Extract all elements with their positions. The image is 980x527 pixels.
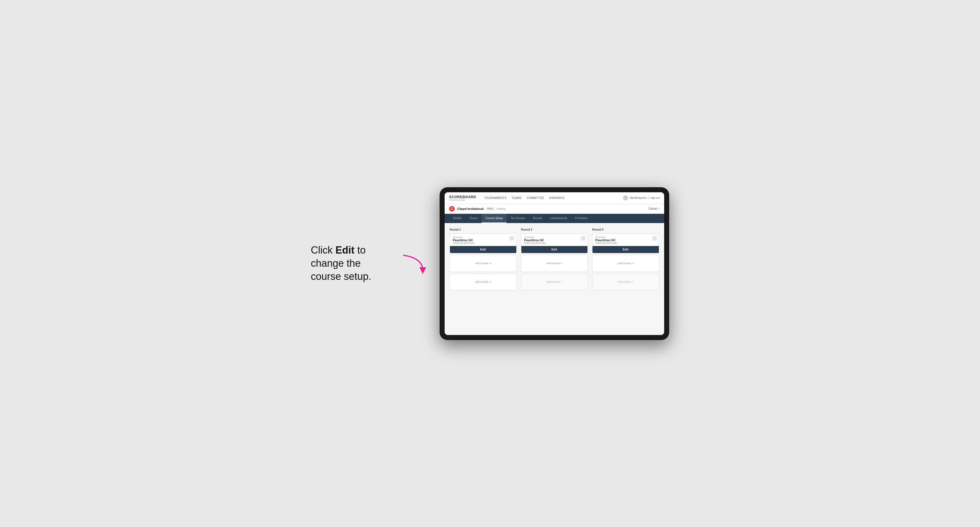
nav-tournaments[interactable]: TOURNAMENTS: [484, 197, 506, 200]
top-nav-right: blair@clippd.io | Sign out: [623, 195, 660, 200]
event-gender: (Men): [486, 207, 495, 211]
round-3-edit-button[interactable]: Edit: [592, 246, 659, 253]
plus-icon-5: +: [632, 262, 634, 265]
plus-icon-6: +: [632, 280, 634, 284]
tab-printables[interactable]: Printables: [571, 214, 591, 223]
round-2-column: Round 2 (Course A) Peachtree GC Yellow (…: [521, 228, 588, 292]
scoreboard-logo: SCOREBOARD Powered by clippd: [449, 195, 476, 201]
tab-results[interactable]: Results: [529, 214, 546, 223]
delete-icon-2: ⬜: [582, 237, 585, 240]
annotation-bold: Edit: [336, 244, 355, 256]
cancel-label: Cancel: [649, 207, 657, 210]
round-1-course-header: (Course A) Peachtree GC Yellow (M) (6629…: [450, 234, 516, 246]
round-1-column: Round 1 (Course A) Peachtree GC Yellow (…: [450, 228, 517, 292]
tab-details[interactable]: Details: [449, 214, 466, 223]
round-1-course-label: (Course A): [453, 236, 514, 238]
sign-out-link[interactable]: Sign out: [651, 197, 660, 199]
round-3-course-header: (Course A) Peachtree GC Yellow (M) (6629…: [592, 234, 659, 246]
round-2-add-course-2: Add Course +: [521, 273, 588, 290]
round-3-title: Round 3: [592, 228, 659, 231]
delete-icon-3: ⬜: [653, 237, 656, 240]
round-3-add-course-text-1: Add Course +: [618, 262, 634, 265]
round-3-column: Round 3 (Course A) Peachtree GC Yellow (…: [592, 228, 659, 292]
round-2-course-card: (Course A) Peachtree GC Yellow (M) (6629…: [521, 233, 588, 253]
round-1-title: Round 1: [450, 228, 517, 231]
round-1-edit-button[interactable]: Edit: [450, 246, 516, 253]
sub-nav: C Clippd Invitational (Men) Hosting Canc…: [445, 204, 664, 214]
tablet: SCOREBOARD Powered by clippd TOURNAMENTS…: [440, 187, 669, 340]
top-nav-links: TOURNAMENTS TEAMS COMMITTEE RANKINGS: [484, 197, 618, 200]
tab-teams[interactable]: Teams: [466, 214, 482, 223]
round-2-add-course-1[interactable]: Add Course +: [521, 255, 588, 272]
round-3-course-label: (Course A): [595, 236, 656, 238]
round-2-title: Round 2: [521, 228, 588, 231]
tab-tee-groups[interactable]: Tee Groups: [506, 214, 529, 223]
round-3-add-course-1[interactable]: Add Course +: [592, 255, 659, 272]
round-1-add-course-text-2: Add Course +: [475, 280, 491, 284]
user-email: blair@clippd.io: [630, 197, 646, 199]
round-2-add-course-text-2: Add Course +: [546, 280, 563, 284]
round-3-course-name: Peachtree GC: [595, 238, 656, 242]
plus-icon-4: +: [561, 280, 563, 284]
annotation-text: Click Edit to change the course setup.: [311, 244, 389, 283]
round-2-add-course-text-1: Add Course +: [546, 262, 563, 265]
plus-icon-2: +: [490, 280, 491, 284]
round-2-course-name: Peachtree GC: [524, 238, 585, 242]
sub-nav-left: C Clippd Invitational (Men) Hosting: [449, 206, 505, 211]
round-2-edit-button[interactable]: Edit: [521, 246, 588, 253]
delete-icon: ⬜: [510, 237, 513, 240]
round-3-course-card: (Course A) Peachtree GC Yellow (M) (6629…: [592, 233, 659, 253]
clippd-logo: C: [449, 206, 455, 211]
round-1-course-card: (Course A) Peachtree GC Yellow (M) (6629…: [450, 233, 517, 253]
pink-arrow-icon: [400, 252, 428, 275]
arrow-container: [400, 252, 428, 275]
round-2-course-label: (Course A): [524, 236, 585, 238]
round-3-add-course-text-2: Add Course +: [618, 280, 634, 284]
logo-sub: Powered by clippd: [449, 199, 476, 201]
plus-icon: +: [490, 262, 491, 265]
round-2-delete-button[interactable]: ⬜: [581, 236, 585, 240]
hosting-badge: Hosting: [497, 207, 505, 210]
separator: |: [648, 197, 649, 199]
round-3-add-course-2: Add Course +: [592, 273, 659, 290]
tab-bar: Details Teams Course Setup Tee Groups Re…: [445, 214, 664, 223]
tablet-screen: SCOREBOARD Powered by clippd TOURNAMENTS…: [445, 192, 664, 335]
round-1-course-detail: Yellow (M) (6629 yds): [453, 242, 514, 244]
top-nav: SCOREBOARD Powered by clippd TOURNAMENTS…: [445, 192, 664, 204]
nav-committee[interactable]: COMMITTEE: [527, 197, 544, 200]
tab-leaderboards[interactable]: Leaderboards: [546, 214, 571, 223]
round-1-add-course-2[interactable]: Add Course +: [450, 273, 517, 290]
round-1-course-name: Peachtree GC: [453, 238, 514, 242]
round-3-course-detail: Yellow (M) (6629 yds): [595, 242, 656, 244]
round-2-course-detail: Yellow (M) (6629 yds): [524, 242, 585, 244]
main-content: Round 1 (Course A) Peachtree GC Yellow (…: [445, 223, 664, 335]
round-2-course-header: (Course A) Peachtree GC Yellow (M) (6629…: [521, 234, 588, 246]
round-1-delete-button[interactable]: ⬜: [510, 236, 514, 240]
cancel-button[interactable]: Cancel ×: [649, 207, 660, 210]
tab-course-setup[interactable]: Course Setup: [482, 214, 506, 223]
nav-rankings[interactable]: RANKINGS: [549, 197, 565, 200]
plus-icon-3: +: [561, 262, 563, 265]
close-icon: ×: [658, 207, 660, 210]
nav-teams[interactable]: TEAMS: [512, 197, 522, 200]
round-3-delete-button[interactable]: ⬜: [652, 236, 657, 240]
round-1-add-course-1[interactable]: Add Course +: [450, 255, 517, 272]
rounds-grid: Round 1 (Course A) Peachtree GC Yellow (…: [450, 228, 659, 292]
logo-title: SCOREBOARD: [449, 195, 476, 199]
round-1-add-course-text-1: Add Course +: [475, 262, 491, 265]
event-name: Clippd Invitational: [457, 207, 484, 211]
user-avatar: [623, 195, 628, 200]
